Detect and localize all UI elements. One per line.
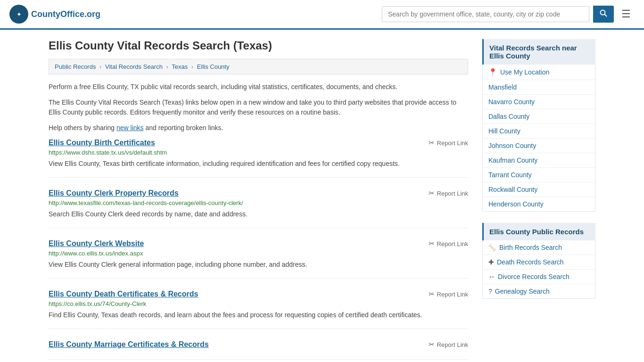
search-button[interactable] <box>593 6 614 23</box>
sidebar-nearby-list: 📍 Use My Location Mansfield Navarro Coun… <box>482 65 595 212</box>
report-link[interactable]: ✂ Report Link <box>429 290 468 298</box>
breadcrumb-ellis-county[interactable]: Ellis County <box>197 63 230 70</box>
result-title[interactable]: Ellis County Birth Certificates <box>49 139 155 147</box>
sidebar-genealogy[interactable]: ? Genealogy Search <box>483 284 595 298</box>
logo-tld: .org <box>84 9 100 19</box>
sidebar-item-johnson[interactable]: Johnson County <box>483 139 595 153</box>
report-link[interactable]: ✂ Report Link <box>429 189 468 197</box>
result-desc: View Ellis County Clerk general informat… <box>49 260 468 270</box>
sidebar: Vital Records Search near Ellis County 📍… <box>482 39 595 362</box>
location-pin-icon: 📍 <box>488 68 497 76</box>
sidebar-public-records-heading: Ellis County Public Records <box>482 223 595 240</box>
results-list: Ellis County Birth Certificates ✂ Report… <box>49 139 468 360</box>
sidebar-use-location[interactable]: 📍 Use My Location <box>483 65 595 80</box>
svg-text:✦: ✦ <box>17 11 22 18</box>
breadcrumb: Public Records › Vital Records Search › … <box>49 59 468 74</box>
svg-point-2 <box>601 10 605 15</box>
page-title: Ellis County Vital Records Search (Texas… <box>49 39 468 52</box>
breadcrumb-vital-records[interactable]: Vital Records Search <box>105 63 163 70</box>
death-records-link[interactable]: Death Records Search <box>497 258 564 266</box>
report-link[interactable]: ✂ Report Link <box>429 239 468 248</box>
sidebar-nearby-section: Vital Records Search near Ellis County 📍… <box>482 39 595 212</box>
result-title[interactable]: Ellis County Death Certificates & Record… <box>49 290 198 298</box>
result-title[interactable]: Ellis County Clerk Property Records <box>49 189 179 197</box>
sidebar-public-records-section: Ellis County Public Records 🦴 Birth Reco… <box>482 223 595 299</box>
sidebar-death-records[interactable]: ✚ Death Records Search <box>483 255 595 270</box>
sidebar-item-hill[interactable]: Hill County <box>483 124 595 139</box>
logo-icon: ✦ <box>9 5 28 24</box>
result-title[interactable]: Ellis County Marriage Certificates & Rec… <box>49 340 209 349</box>
report-link[interactable]: ✂ Report Link <box>429 139 468 147</box>
logo-text: CountyOffice.org <box>31 9 100 19</box>
result-url: http://www.co.ellis.tx.us/index.aspx <box>49 250 468 257</box>
new-links[interactable]: new links <box>116 124 144 132</box>
sidebar-item-tarrant[interactable]: Tarrant County <box>483 168 595 182</box>
scissors-icon: ✂ <box>429 239 435 248</box>
sidebar-birth-records[interactable]: 🦴 Birth Records Search <box>483 240 595 255</box>
search-bar-area: ☰ <box>382 6 635 23</box>
menu-button[interactable]: ☰ <box>618 6 635 22</box>
divorce-icon: ↔ <box>488 273 495 280</box>
result-title[interactable]: Ellis County Clerk Website <box>49 239 144 248</box>
scissors-icon: ✂ <box>429 189 435 197</box>
description-para1: Perform a free Ellis County, TX public v… <box>49 82 468 92</box>
description-para3: Help others by sharing new links and rep… <box>49 123 468 133</box>
result-entry: Ellis County Marriage Certificates & Rec… <box>49 340 468 360</box>
result-entry: Ellis County Birth Certificates ✂ Report… <box>49 139 468 178</box>
result-url: https://www.dshs.state.tx.us/vs/default.… <box>49 149 468 156</box>
divorce-records-link[interactable]: Divorce Records Search <box>498 273 570 280</box>
logo-name: CountyOffice <box>31 9 84 19</box>
scissors-icon: ✂ <box>429 139 435 147</box>
description-para2: The Ellis County Vital Records Search (T… <box>49 98 468 117</box>
breadcrumb-texas[interactable]: Texas <box>172 63 188 70</box>
result-entry: Ellis County Death Certificates & Record… <box>49 290 468 329</box>
sidebar-divorce-records[interactable]: ↔ Divorce Records Search <box>483 270 595 284</box>
sidebar-item-kaufman[interactable]: Kaufman County <box>483 153 595 168</box>
sidebar-item-navarro[interactable]: Navarro County <box>483 95 595 109</box>
breadcrumb-public-records[interactable]: Public Records <box>55 63 96 70</box>
result-desc: View Ellis County, Texas birth certifica… <box>49 159 468 169</box>
search-input[interactable] <box>382 6 589 22</box>
sidebar-item-mansfield[interactable]: Mansfield <box>483 80 595 95</box>
scissors-icon: ✂ <box>429 290 435 298</box>
svg-line-3 <box>605 15 607 17</box>
result-desc: Find Ellis County, Texas death records, … <box>49 310 468 320</box>
result-url: http://www.texasfile.com/texas-land-reco… <box>49 199 468 206</box>
sidebar-item-dallas[interactable]: Dallas County <box>483 109 595 124</box>
sidebar-item-henderson[interactable]: Henderson County <box>483 197 595 211</box>
death-icon: ✚ <box>488 258 494 266</box>
sidebar-item-rockwall[interactable]: Rockwall County <box>483 182 595 197</box>
main-content: Ellis County Vital Records Search (Texas… <box>49 39 468 362</box>
birth-records-link[interactable]: Birth Records Search <box>499 244 562 251</box>
report-link[interactable]: ✂ Report Link <box>429 340 468 349</box>
logo-area: ✦ CountyOffice.org <box>9 5 100 24</box>
sidebar-records-list: 🦴 Birth Records Search ✚ Death Records S… <box>482 240 595 299</box>
result-entry: Ellis County Clerk Website ✂ Report Link… <box>49 239 468 279</box>
result-url: https://co.ellis.tx.us/74/County-Clerk <box>49 300 468 307</box>
result-desc: Search Ellis County Clerk deed records b… <box>49 209 468 219</box>
use-location-link[interactable]: Use My Location <box>500 68 549 76</box>
header: ✦ CountyOffice.org ☰ <box>0 0 644 30</box>
sidebar-nearby-heading: Vital Records Search near Ellis County <box>482 39 595 65</box>
birth-icon: 🦴 <box>488 244 496 251</box>
result-entry: Ellis County Clerk Property Records ✂ Re… <box>49 189 468 228</box>
genealogy-icon: ? <box>488 288 492 295</box>
scissors-icon: ✂ <box>429 340 435 349</box>
page-container: Ellis County Vital Records Search (Texas… <box>39 30 605 362</box>
genealogy-link[interactable]: Genealogy Search <box>495 288 550 295</box>
